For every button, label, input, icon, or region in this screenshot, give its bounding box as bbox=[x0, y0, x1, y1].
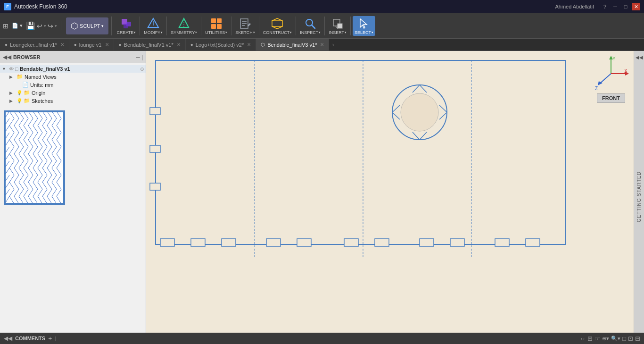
symmetry-group[interactable]: SYMMETRY▾ bbox=[169, 16, 199, 36]
tab-close-4[interactable]: ✕ bbox=[247, 42, 251, 47]
title-bar: F Autodesk Fusion 360 Ahmed Abdellatif ?… bbox=[0, 0, 644, 13]
toolbar-divider-8 bbox=[324, 17, 325, 35]
zoom-icon[interactable]: 🔍▾ bbox=[611, 336, 620, 342]
comments-label: COMMENTS bbox=[15, 336, 45, 341]
main-layout: ◀◀ BROWSER ─ | ▼ 👁 □ Bendable_finalV3 v1… bbox=[0, 51, 644, 333]
undo-button[interactable]: ↩ bbox=[37, 22, 42, 30]
save-button[interactable]: 💾 bbox=[26, 21, 35, 30]
redo-arrow[interactable]: ▾ bbox=[55, 24, 57, 28]
apps-grid-button[interactable]: ⊞ bbox=[3, 22, 8, 30]
create-group[interactable]: CREATE▾ bbox=[115, 16, 138, 36]
help-button[interactable]: ? bbox=[601, 3, 609, 10]
getting-started-panel[interactable]: ◀◀ GETTING STARTED bbox=[634, 51, 644, 333]
utilities-label: UTILITIES▾ bbox=[205, 30, 227, 35]
pan-icon[interactable]: ☞ bbox=[594, 335, 600, 342]
toolbar-divider-3 bbox=[166, 17, 167, 35]
frame-icon[interactable]: ⊞ bbox=[587, 335, 593, 342]
svg-rect-9 bbox=[211, 24, 216, 29]
sketches-visibility-icon[interactable]: 💡 bbox=[17, 98, 22, 103]
utilities-group[interactable]: UTILITIES▾ bbox=[203, 16, 229, 36]
status-bar-right: ↔ ⊞ ☞ ⊕▾ 🔍▾ □ ⊡ ⊟ bbox=[579, 335, 640, 342]
tab-bendable1[interactable]: ● Bendable_finalV1 v1* ✕ bbox=[114, 39, 186, 50]
create-icon bbox=[120, 17, 133, 30]
orbit-icon[interactable]: ⊕▾ bbox=[602, 336, 609, 342]
viewport[interactable]: Y X Z FRONT ◀◀ GETTING STARTED bbox=[146, 51, 644, 333]
svg-rect-8 bbox=[217, 18, 222, 23]
svg-rect-38 bbox=[450, 239, 464, 246]
toolbar-groups: CREATE▾ MODIFY▾ bbox=[115, 13, 641, 39]
sculpt-label: SCULPT bbox=[80, 23, 100, 29]
tab-loungeker[interactable]: ● Loungeker...final v1* ✕ bbox=[0, 39, 69, 50]
tab-close-5[interactable]: ✕ bbox=[320, 42, 324, 47]
toolbar-divider-7 bbox=[296, 17, 296, 35]
browser-origin[interactable]: ▶ 💡 📁 Origin bbox=[0, 89, 146, 97]
undo-arrow[interactable]: ▾ bbox=[44, 24, 46, 28]
units-doc-icon: 📄 bbox=[22, 82, 29, 88]
svg-rect-40 bbox=[526, 239, 540, 246]
insert-group[interactable]: INSERT▾ bbox=[327, 16, 348, 36]
comments-add-btn[interactable]: + bbox=[48, 335, 52, 342]
tab-close-2[interactable]: ✕ bbox=[105, 42, 109, 47]
browser-named-views[interactable]: ▶ 📁 Named Views bbox=[0, 73, 146, 81]
browser-title: BROWSER bbox=[13, 54, 134, 60]
status-bar-left: ◀◀ COMMENTS + | bbox=[4, 335, 56, 342]
inspect-group[interactable]: INSPECT▾ bbox=[298, 16, 322, 36]
minimize-button[interactable]: ─ bbox=[611, 3, 619, 10]
svg-text:Z: Z bbox=[595, 86, 598, 91]
browser-sketches[interactable]: ▶ 💡 📁 Sketches bbox=[0, 97, 146, 105]
select-group[interactable]: SELECT▾ bbox=[353, 16, 375, 36]
comments-nav-btn[interactable]: ◀◀ bbox=[4, 335, 12, 342]
tab-more-button[interactable]: › bbox=[329, 39, 337, 50]
origin-visibility-icon[interactable]: 💡 bbox=[17, 90, 22, 95]
named-views-expand: ▶ bbox=[9, 75, 15, 79]
insert-label: INSERT▾ bbox=[329, 30, 347, 35]
move-icon[interactable]: ↔ bbox=[579, 335, 586, 342]
tab-close-1[interactable]: ✕ bbox=[60, 42, 64, 47]
sketch-label: SKETCH▾ bbox=[235, 30, 255, 35]
svg-text:Y: Y bbox=[612, 56, 616, 61]
redo-button[interactable]: ↪ bbox=[48, 22, 53, 30]
root-camera-icon[interactable]: ⊙ bbox=[140, 67, 144, 72]
svg-rect-33 bbox=[266, 239, 281, 246]
comments-panel-separator: | bbox=[55, 336, 56, 341]
browser-root-item[interactable]: ▼ 👁 □ Bendable_finalV3 v1 ⊙ bbox=[0, 65, 146, 73]
browser-nav-back[interactable]: ◀◀ bbox=[3, 54, 11, 60]
maximize-button[interactable]: □ bbox=[621, 3, 630, 10]
svg-rect-27 bbox=[150, 108, 160, 115]
new-button[interactable]: 📄 ▾ bbox=[10, 22, 25, 30]
sketch-group[interactable]: SKETCH▾ bbox=[233, 16, 257, 36]
named-views-folder-icon: 📁 bbox=[17, 74, 23, 80]
sidebar: ◀◀ BROWSER ─ | ▼ 👁 □ Bendable_finalV3 v1… bbox=[0, 51, 146, 333]
svg-rect-36 bbox=[375, 239, 389, 246]
svg-rect-29 bbox=[150, 183, 160, 190]
sculpt-button[interactable]: ⬡ SCULPT ▾ bbox=[66, 17, 108, 34]
inspect-label: INSPECT▾ bbox=[300, 30, 321, 35]
browser-collapse-btn[interactable]: ─ bbox=[136, 54, 140, 60]
tab-close-3[interactable]: ✕ bbox=[177, 42, 181, 47]
display-mode-1[interactable]: □ bbox=[622, 335, 626, 342]
create-label: CREATE▾ bbox=[116, 30, 136, 35]
tab-bar: ● Loungeker...final v1* ✕ ● lounge v1 ✕ … bbox=[0, 39, 644, 51]
display-mode-2[interactable]: ⊡ bbox=[628, 335, 633, 342]
modify-group[interactable]: MODIFY▾ bbox=[142, 16, 165, 36]
sketch-preview-area bbox=[2, 109, 144, 207]
tab-bendable3[interactable]: ⬡ Bendable_finalV3 v1* ✕ bbox=[256, 39, 329, 50]
tab-logo[interactable]: ● Logo+txt(Scaled) v2* ✕ bbox=[186, 39, 256, 50]
status-bar: ◀◀ COMMENTS + | ↔ ⊞ ☞ ⊕▾ 🔍▾ □ ⊡ ⊟ bbox=[0, 333, 644, 344]
view-label[interactable]: FRONT bbox=[597, 93, 625, 103]
construct-group[interactable]: CONSTRUCT▾ bbox=[261, 16, 294, 36]
root-visibility-icon[interactable]: 👁 bbox=[9, 67, 14, 72]
close-button[interactable]: ✕ bbox=[632, 3, 640, 10]
display-mode-3[interactable]: ⊟ bbox=[635, 335, 640, 342]
browser-expand-btn[interactable]: | bbox=[141, 54, 143, 60]
svg-rect-35 bbox=[344, 239, 358, 246]
origin-label: Origin bbox=[32, 90, 45, 96]
tab-icon-3: ● bbox=[119, 42, 122, 47]
sculpt-icon: ⬡ bbox=[71, 21, 78, 31]
toolbar-divider-1 bbox=[111, 17, 112, 35]
viewcube-area: Y X Z FRONT bbox=[592, 55, 630, 103]
toolbar-divider-9 bbox=[350, 17, 351, 35]
sketches-label: Sketches bbox=[32, 98, 53, 104]
tab-lounge[interactable]: ● lounge v1 ✕ bbox=[69, 39, 114, 50]
browser-units: ▶ 📄 Units: mm bbox=[0, 81, 146, 89]
